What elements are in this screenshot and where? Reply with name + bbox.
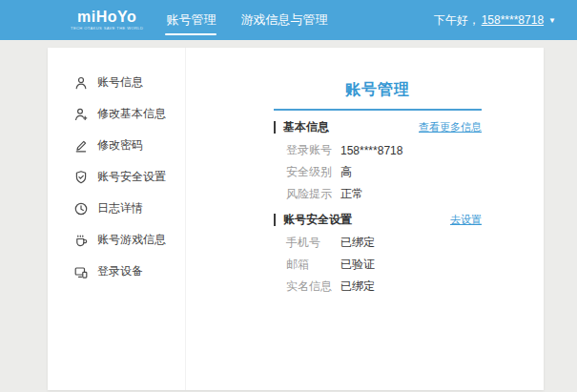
security-settings-section-header: 账号安全设置 去设置 [274,213,482,227]
sidebar-item-label: 账号信息 [97,74,143,91]
row-email: 邮箱 已验证 [286,254,482,276]
greeting-text: 下午好， [434,12,480,29]
section-title: 基本信息 [274,121,329,134]
devices-icon [72,263,89,279]
title-divider [274,109,482,111]
main-panel: 账号管理 基本信息 查看更多信息 登录账号 158****8718 安全级别 高… [186,48,544,390]
account-number-link[interactable]: 158****8718 [482,13,544,27]
logo-tagline: TECH OTAKUS SAVE THE WORLD [71,27,143,31]
row-label: 实名信息 [286,279,340,295]
row-risk-alert: 风险提示 正常 [286,183,482,205]
row-phone-number: 手机号 已绑定 [286,232,482,254]
shield-check-icon [72,169,89,185]
account-card: 账号信息 修改基本信息 修改密码 账号安全设置 日志详情 [48,48,544,390]
clock-icon [72,200,89,217]
go-to-settings-link[interactable]: 去设置 [450,213,482,227]
row-label: 安全级别 [286,164,340,180]
sidebar-item-game-info[interactable]: 账号游戏信息 [48,224,185,256]
user-icon [72,74,89,91]
basic-info-rows: 登录账号 158****8718 安全级别 高 风险提示 正常 [274,139,482,205]
row-value: 已验证 [340,257,375,273]
row-value: 已绑定 [340,235,375,251]
chevron-down-icon[interactable]: ▼ [548,16,556,25]
row-real-name-info: 实名信息 已绑定 [286,276,482,298]
sidebar: 账号信息 修改基本信息 修改密码 账号安全设置 日志详情 [48,48,186,390]
nav-label: 账号管理 [166,11,216,29]
section-title: 账号安全设置 [274,214,352,226]
nav-label: 游戏信息与管理 [240,11,327,29]
sidebar-item-label: 账号游戏信息 [97,232,166,248]
sidebar-item-label: 登录设备 [97,263,143,279]
sidebar-item-log-details[interactable]: 日志详情 [48,193,185,224]
security-settings-rows: 手机号 已绑定 邮箱 已验证 实名信息 已绑定 [274,232,482,298]
page-title: 账号管理 [274,80,482,100]
header-nav: 账号管理 游戏信息与管理 [160,0,346,40]
row-value: 正常 [340,186,363,202]
sidebar-item-label: 日志详情 [97,200,143,217]
sidebar-item-change-password[interactable]: 修改密码 [48,130,185,161]
main-content: 账号管理 基本信息 查看更多信息 登录账号 158****8718 安全级别 高… [274,80,482,298]
row-value: 158****8718 [340,144,402,157]
row-label: 邮箱 [286,257,340,273]
sidebar-item-label: 修改基本信息 [97,106,166,122]
basic-info-section-header: 基本信息 查看更多信息 [274,120,482,134]
row-security-level: 安全级别 高 [286,161,482,183]
header-user-area: 下午好， 158****8718 ▼ [434,12,556,29]
view-more-info-link[interactable]: 查看更多信息 [419,120,482,134]
sidebar-item-edit-basic-info[interactable]: 修改基本信息 [48,98,185,130]
top-header: miHoYo TECH OTAKUS SAVE THE WORLD 账号管理 游… [0,0,577,40]
nav-account-management[interactable]: 账号管理 [160,0,221,40]
sidebar-item-label: 修改密码 [97,137,143,154]
nav-game-info[interactable]: 游戏信息与管理 [235,0,333,40]
sidebar-item-security-settings[interactable]: 账号安全设置 [48,161,185,193]
pencil-icon [72,137,89,154]
user-edit-icon [72,106,89,122]
logo-text: miHoYo [77,10,136,25]
row-value: 已绑定 [340,279,375,295]
sidebar-item-login-devices[interactable]: 登录设备 [48,256,185,287]
row-value: 高 [340,164,352,180]
mihoyo-logo[interactable]: miHoYo TECH OTAKUS SAVE THE WORLD [71,10,143,31]
row-label: 风险提示 [286,186,340,202]
sidebar-item-account-info[interactable]: 账号信息 [48,67,185,98]
row-login-account: 登录账号 158****8718 [286,139,482,161]
cup-game-icon [72,232,89,248]
row-label: 登录账号 [286,142,340,158]
row-label: 手机号 [286,235,340,251]
sidebar-item-label: 账号安全设置 [97,169,166,185]
